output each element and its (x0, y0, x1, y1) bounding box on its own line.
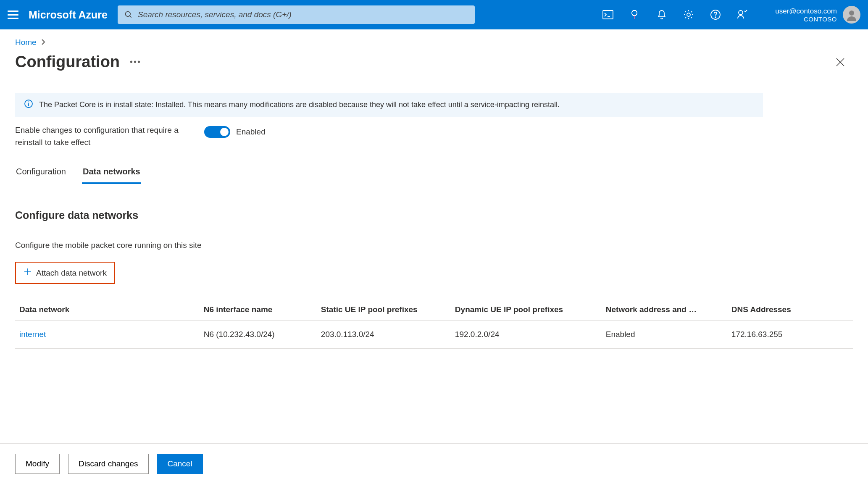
section-title: Configure data networks (15, 209, 853, 221)
breadcrumb: Home (15, 38, 853, 47)
settings-icon[interactable] (683, 9, 694, 21)
cell-dns: 172.16.63.255 (727, 321, 853, 349)
section-description: Configure the mobile packet core running… (15, 241, 853, 250)
brand[interactable]: Microsoft Azure (29, 9, 108, 21)
table-row: internet N6 (10.232.43.0/24) 203.0.113.0… (15, 321, 853, 349)
tab-configuration[interactable]: Configuration (15, 163, 67, 184)
svg-rect-2 (603, 11, 613, 19)
toggle-label: Enable changes to configuration that req… (15, 124, 204, 148)
svg-point-13 (28, 102, 29, 103)
feedback-icon[interactable] (736, 9, 748, 21)
cell-n6: N6 (10.232.43.0/24) (200, 321, 317, 349)
search-placeholder: Search resources, services, and docs (G+… (138, 10, 292, 19)
notifications-icon[interactable] (656, 9, 668, 21)
cell-dynamic: 192.0.2.0/24 (451, 321, 602, 349)
cell-nat: Enabled (602, 321, 727, 349)
svg-point-7 (739, 11, 743, 15)
svg-point-6 (715, 17, 716, 18)
more-actions-icon[interactable]: ••• (130, 57, 141, 67)
help-icon[interactable] (710, 9, 721, 21)
svg-point-8 (849, 11, 854, 16)
info-icon (24, 99, 33, 110)
col-static[interactable]: Static UE IP pool prefixes (317, 299, 451, 321)
col-dynamic[interactable]: Dynamic UE IP pool prefixes (451, 299, 602, 321)
search-icon (124, 11, 133, 19)
attach-data-network-label: Attach data network (36, 268, 107, 278)
col-nat[interactable]: Network address and … (602, 299, 727, 321)
data-network-link[interactable]: internet (15, 321, 200, 349)
cell-static: 203.0.113.0/24 (317, 321, 451, 349)
col-dns[interactable]: DNS Addresses (727, 299, 853, 321)
attach-data-network-button[interactable]: Attach data network (15, 262, 115, 284)
info-banner: The Packet Core is in install state: Ins… (15, 93, 763, 117)
hamburger-menu-icon[interactable] (8, 11, 18, 19)
svg-point-4 (687, 13, 690, 16)
chevron-right-icon (41, 38, 46, 47)
toggle-state-text: Enabled (236, 127, 266, 137)
tab-data-networks[interactable]: Data networks (82, 163, 141, 184)
enable-changes-toggle[interactable] (204, 126, 230, 138)
info-banner-text: The Packet Core is in install state: Ins… (39, 100, 560, 109)
global-search[interactable]: Search resources, services, and docs (G+… (118, 5, 475, 24)
plus-icon (24, 268, 32, 278)
account-directory: CONTOSO (775, 16, 837, 23)
account-menu[interactable]: user@contoso.com CONTOSO (775, 6, 860, 24)
col-data-network[interactable]: Data network (15, 299, 200, 321)
copilot-icon[interactable] (629, 9, 641, 21)
avatar (843, 6, 860, 24)
tabs: Configuration Data networks (15, 163, 853, 184)
account-email: user@contoso.com (775, 7, 837, 16)
cloud-shell-icon[interactable] (602, 9, 614, 21)
topbar: Microsoft Azure Search resources, servic… (0, 0, 868, 29)
close-blade-button[interactable] (832, 54, 849, 71)
page-title: Configuration (15, 53, 120, 71)
breadcrumb-home[interactable]: Home (15, 38, 37, 47)
svg-line-1 (129, 16, 131, 18)
svg-point-0 (125, 12, 130, 17)
col-n6[interactable]: N6 interface name (200, 299, 317, 321)
data-networks-table: Data network N6 interface name Static UE… (15, 299, 853, 349)
topbar-icons (602, 9, 748, 21)
